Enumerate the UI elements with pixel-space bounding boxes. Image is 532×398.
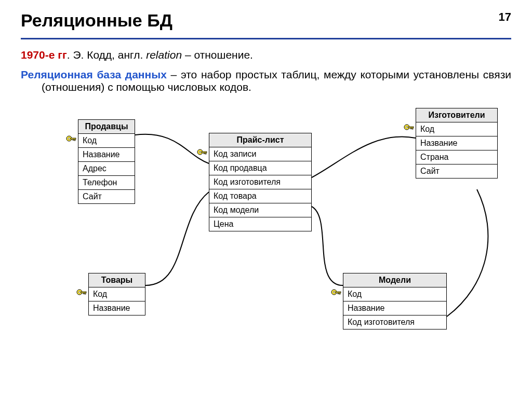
intro-italic: relation (146, 49, 182, 61)
intro-year: 1970-е гг (21, 49, 67, 61)
entity-manufacturers-header: Изготовители (416, 108, 498, 122)
intro-mid1: . Э. Кодд, англ. (67, 49, 146, 61)
key-icon (76, 289, 87, 299)
key-icon (330, 289, 342, 299)
key-icon (65, 135, 77, 145)
entity-manufacturers: Изготовители Код Название Страна Сайт (416, 108, 498, 179)
table-row: Название (78, 148, 135, 162)
entity-sellers-header: Продавцы (78, 120, 135, 134)
svg-rect-14 (410, 128, 411, 129)
svg-rect-18 (85, 293, 86, 294)
table-row: Название (89, 301, 145, 315)
table-row: Код изготовителя (209, 175, 312, 189)
key-icon (403, 123, 415, 134)
svg-rect-9 (204, 153, 205, 154)
table-row: Код изготовителя (343, 315, 447, 330)
table-row: Код записи (209, 147, 312, 161)
table-row: Название (416, 136, 498, 150)
table-row: Код (78, 134, 135, 148)
table-row: Сайт (78, 190, 135, 204)
entity-sellers: Продавцы Код Название Адрес Телефон Сайт (78, 119, 135, 204)
entity-models: Модели Код Название Код изготовителя (343, 273, 447, 330)
definition-line: Реляционная база данных – это набор прос… (21, 68, 511, 93)
entity-pricelist-header: Прайс-лист (209, 133, 312, 147)
table-row: Код (343, 287, 447, 301)
svg-rect-19 (83, 293, 84, 294)
table-row: Цена (209, 217, 312, 231)
page-number: 17 (499, 10, 511, 24)
svg-point-16 (78, 291, 81, 293)
table-row: Код модели (209, 203, 312, 217)
title-divider (21, 38, 511, 39)
table-row: Страна (416, 150, 498, 164)
table-row: Телефон (78, 176, 135, 190)
svg-point-21 (333, 291, 335, 293)
svg-rect-8 (205, 153, 206, 154)
svg-point-6 (199, 151, 201, 153)
svg-rect-4 (73, 139, 74, 140)
svg-point-11 (406, 126, 408, 128)
table-row: Код (416, 122, 498, 136)
page-title: Реляционные БД (21, 10, 511, 31)
table-row: Адрес (78, 162, 135, 176)
entity-models-header: Модели (343, 273, 447, 287)
table-row: Сайт (416, 164, 498, 179)
table-row: Код товара (209, 189, 312, 203)
svg-rect-24 (338, 293, 339, 294)
table-row: Название (343, 301, 447, 315)
intro-line: 1970-е гг. Э. Кодд, англ. relation – отн… (21, 49, 511, 61)
entity-goods: Товары Код Название (88, 273, 145, 315)
entity-pricelist: Прайс-лист Код записи Код продавца Код и… (209, 133, 312, 231)
er-diagram: Продавцы Код Название Адрес Телефон Сайт… (21, 99, 511, 348)
svg-rect-13 (412, 128, 413, 129)
definition-term: Реляционная база данных (21, 68, 167, 80)
key-icon (196, 148, 208, 159)
svg-point-1 (68, 138, 70, 140)
svg-rect-3 (74, 139, 75, 141)
table-row: Код продавца (209, 161, 312, 175)
entity-goods-header: Товары (89, 273, 145, 287)
svg-rect-23 (339, 293, 340, 294)
table-row: Код (89, 287, 145, 301)
intro-mid2: – отношение. (182, 49, 253, 61)
